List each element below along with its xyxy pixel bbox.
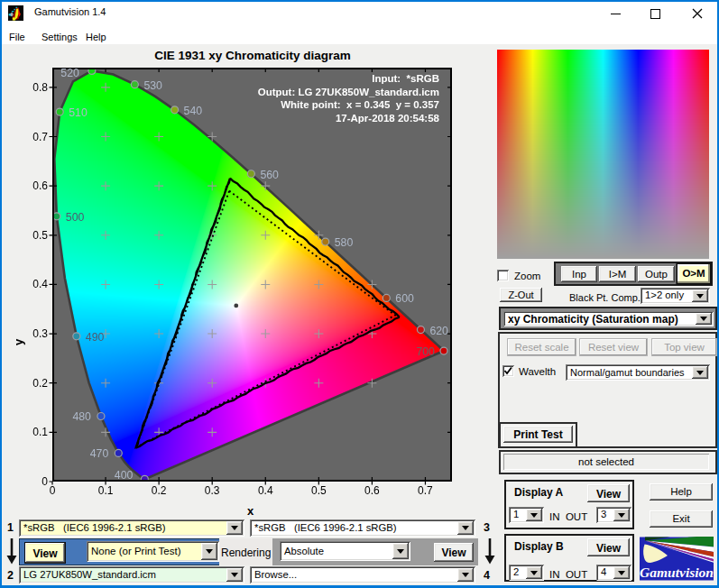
svg-text:Gamutvision: Gamutvision <box>640 565 714 580</box>
